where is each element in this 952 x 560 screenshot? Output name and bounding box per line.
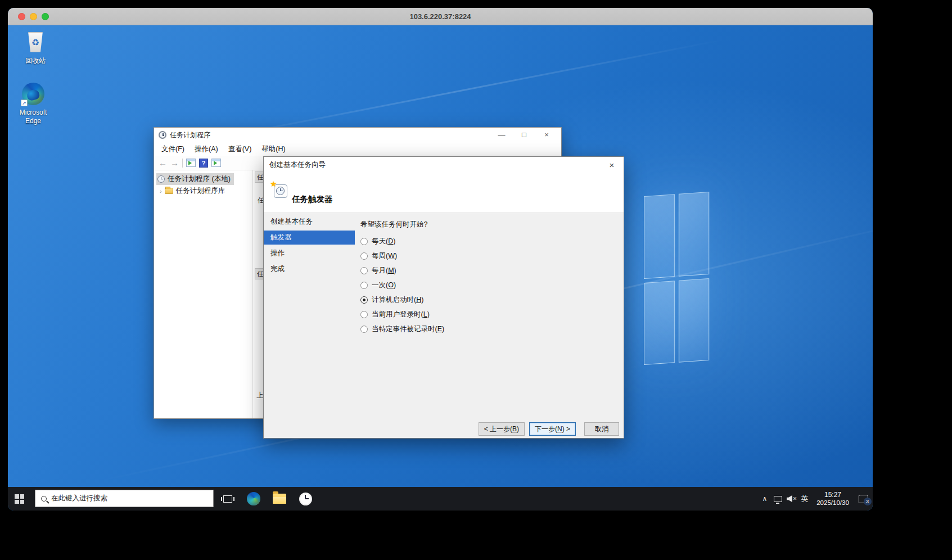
wizard-main-panel: 希望该任务何时开始? 每天(D)每周(W)每月(M)一次(O)计算机启动时(H)… xyxy=(360,213,618,336)
help-icon[interactable]: ? xyxy=(199,159,208,168)
minimize-traffic-button[interactable] xyxy=(30,13,37,20)
task-trigger-icon: ★ xyxy=(272,182,288,198)
create-basic-task-wizard-dialog: 创建基本任务向导 × ★ 任务触发器 创建基本任务触发器操作完成 希望该任务何时… xyxy=(263,156,624,439)
radio-icon[interactable] xyxy=(360,267,368,274)
covered-pane-fragment: 上 xyxy=(256,391,264,400)
network-icon xyxy=(774,496,782,502)
tray-language-button[interactable]: 英 xyxy=(798,487,811,511)
zoom-traffic-button[interactable] xyxy=(42,13,49,20)
window-controls: — □ × xyxy=(490,128,558,142)
cancel-button[interactable]: 取消 xyxy=(584,422,619,436)
taskbar-edge-button[interactable] xyxy=(246,491,261,506)
edge-icon: ↗ xyxy=(21,82,46,106)
recycle-bin-icon: ♻ xyxy=(23,30,48,55)
task-scheduler-icon xyxy=(299,493,312,505)
shortcut-arrow-icon: ↗ xyxy=(21,100,28,106)
wizard-step-2: 操作 xyxy=(264,246,355,260)
action-center-button[interactable]: 3 xyxy=(856,487,870,511)
remote-desktop-window: 103.6.220.37:8224 ♻ 回收站 ↗ Microsoft Edge xyxy=(8,8,873,511)
trigger-option-4[interactable]: 计算机启动时(H) xyxy=(360,292,618,307)
menu-view[interactable]: 查看(V) xyxy=(223,144,257,154)
taskbar-file-explorer-button[interactable] xyxy=(272,491,287,506)
trigger-option-label: 当特定事件被记录时(E) xyxy=(372,324,444,334)
tray-time: 15:27 xyxy=(824,491,841,499)
tray-expand-button[interactable]: ∧ xyxy=(759,487,770,511)
start-button[interactable] xyxy=(15,494,24,504)
wizard-steps-sidebar: 创建基本任务触发器操作完成 xyxy=(264,213,355,438)
sparkle-star-icon: ★ xyxy=(270,179,277,188)
language-indicator: 英 xyxy=(801,494,809,504)
tray-network-button[interactable] xyxy=(771,487,784,511)
back-arrow-icon[interactable]: ← xyxy=(159,159,167,167)
file-explorer-icon xyxy=(273,494,286,504)
trigger-option-0[interactable]: 每天(D) xyxy=(360,234,618,249)
wizard-step-heading: 任务触发器 xyxy=(292,194,333,205)
trigger-option-label: 计算机启动时(H) xyxy=(372,295,423,305)
forward-arrow-icon[interactable]: → xyxy=(170,159,179,167)
trigger-option-5[interactable]: 当前用户登录时(L) xyxy=(360,307,618,322)
next-button[interactable]: 下一步(N) > xyxy=(529,422,576,436)
taskbar-task-scheduler-button[interactable] xyxy=(298,491,313,506)
show-console-tree-icon[interactable] xyxy=(186,159,196,167)
tree-item-root[interactable]: 任务计划程序 (本地) xyxy=(156,173,234,185)
radio-selected-icon[interactable] xyxy=(360,296,368,304)
close-traffic-button[interactable] xyxy=(18,13,25,20)
close-button[interactable]: × xyxy=(535,128,558,142)
trigger-option-label: 当前用户登录时(L) xyxy=(372,310,430,319)
minimize-button[interactable]: — xyxy=(490,128,513,142)
trigger-option-label: 每天(D) xyxy=(372,237,395,246)
trigger-option-1[interactable]: 每周(W) xyxy=(360,249,618,263)
search-placeholder: 在此键入进行搜索 xyxy=(51,494,107,503)
wizard-close-button[interactable]: × xyxy=(606,160,618,170)
chevron-right-icon[interactable]: › xyxy=(160,188,162,195)
windows-desktop[interactable]: ♻ 回收站 ↗ Microsoft Edge 任务计划程序 — □ × xyxy=(8,25,873,495)
trigger-options-group: 每天(D)每周(W)每月(M)一次(O)计算机启动时(H)当前用户登录时(L)当… xyxy=(360,234,618,336)
mute-x-icon: ✕ xyxy=(793,496,797,502)
menu-action[interactable]: 操作(A) xyxy=(190,144,223,154)
radio-icon[interactable] xyxy=(360,282,368,289)
folder-icon xyxy=(165,188,173,194)
desktop-icon-recycle-bin[interactable]: ♻ 回收站 xyxy=(13,30,57,65)
desktop-icon-edge[interactable]: ↗ Microsoft Edge xyxy=(11,82,55,125)
menu-file[interactable]: 文件(F) xyxy=(156,144,190,154)
recycle-bin-label: 回收站 xyxy=(13,57,57,65)
remote-titlebar: 103.6.220.37:8224 xyxy=(8,8,873,25)
back-button[interactable]: < 上一步(B) xyxy=(479,422,525,436)
trigger-option-label: 每月(M) xyxy=(372,266,396,276)
task-view-icon xyxy=(223,495,232,503)
maximize-button[interactable]: □ xyxy=(513,128,535,142)
search-icon xyxy=(41,496,47,502)
notification-icon: 3 xyxy=(859,495,868,503)
task-scheduler-titlebar[interactable]: 任务计划程序 — □ × xyxy=(154,128,561,142)
radio-icon[interactable] xyxy=(360,238,368,245)
task-scheduler-title: 任务计划程序 xyxy=(170,130,210,140)
trigger-question-label: 希望该任务何时开始? xyxy=(360,220,618,229)
wizard-step-3: 完成 xyxy=(264,262,355,276)
toolbar-separator xyxy=(182,159,183,168)
tree-item-library[interactable]: › 任务计划程序库 xyxy=(160,186,225,196)
search-input[interactable]: 在此键入进行搜索 xyxy=(35,490,214,507)
notification-badge: 3 xyxy=(864,498,872,505)
wizard-header: ★ 任务触发器 xyxy=(264,173,624,213)
edge-label: Microsoft Edge xyxy=(11,109,55,125)
trigger-option-3[interactable]: 一次(O) xyxy=(360,278,618,292)
tray-date: 2025/10/30 xyxy=(816,499,849,507)
task-view-button[interactable] xyxy=(220,491,235,506)
trigger-option-label: 一次(O) xyxy=(372,281,396,290)
speaker-muted-icon xyxy=(787,495,792,502)
traffic-lights xyxy=(18,13,49,20)
wizard-titlebar[interactable]: 创建基本任务向导 × xyxy=(264,157,624,173)
wizard-button-row: < 上一步(B) 下一步(N) > 取消 xyxy=(479,422,619,436)
radio-icon[interactable] xyxy=(360,311,368,318)
trigger-option-2[interactable]: 每月(M) xyxy=(360,263,618,278)
radio-icon[interactable] xyxy=(360,326,368,333)
show-action-pane-icon[interactable] xyxy=(211,159,221,167)
windows-taskbar: 在此键入进行搜索 ∧ ✕ 英 15:27 2025/10/30 3 xyxy=(8,487,873,511)
trigger-option-6[interactable]: 当特定事件被记录时(E) xyxy=(360,322,618,336)
tray-clock-button[interactable]: 15:27 2025/10/30 xyxy=(811,487,855,511)
radio-icon[interactable] xyxy=(360,252,368,260)
tray-volume-button[interactable]: ✕ xyxy=(785,487,798,511)
clock-icon xyxy=(157,175,165,183)
menu-help[interactable]: 帮助(H) xyxy=(256,144,290,154)
trigger-option-label: 每周(W) xyxy=(372,251,397,261)
